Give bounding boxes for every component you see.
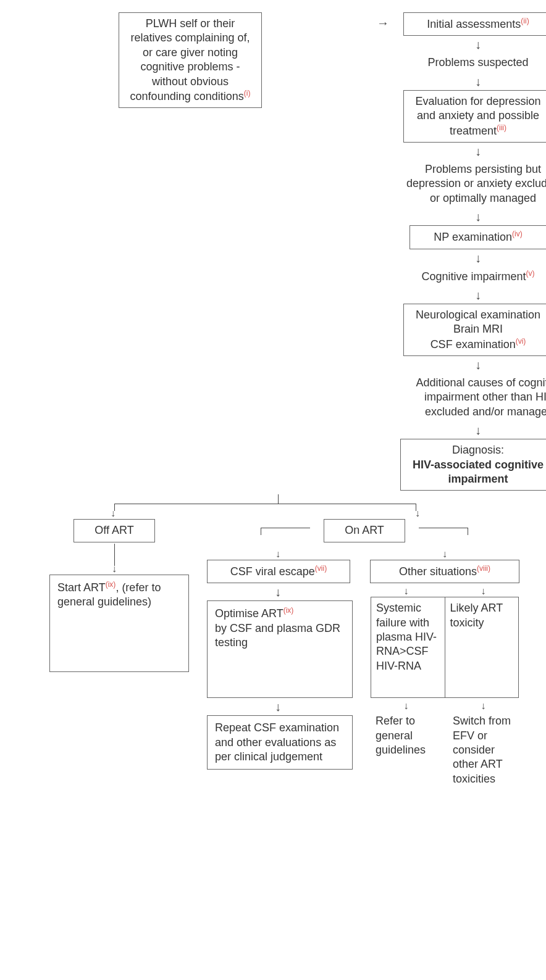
arrow-down-icon: ↓ bbox=[111, 508, 116, 519]
csf-escape-node: CSF viral escape(vii) bbox=[207, 560, 350, 583]
np-text: NP examination bbox=[434, 231, 512, 243]
off-art-node: Off ART bbox=[74, 519, 155, 542]
other-text: Other situations bbox=[399, 565, 477, 578]
additional-causes-node: Additional causes of cognitive impairmen… bbox=[398, 373, 546, 421]
neuro-a: Neurological examination bbox=[410, 308, 546, 322]
np-exam-node: NP examination(iv) bbox=[410, 225, 546, 249]
arrow-down-icon: ↓ bbox=[475, 289, 481, 301]
ref-vii: (vii) bbox=[315, 564, 327, 573]
arrow-right-icon: → bbox=[377, 12, 389, 30]
systemic-failure-node: Systemic failure with plasma HIV-RNA>CSF… bbox=[371, 597, 445, 698]
arrow-down-icon: ↓ bbox=[275, 549, 280, 560]
ref-ii: (ii) bbox=[521, 17, 529, 25]
arrow-down-icon: ↓ bbox=[415, 508, 420, 519]
arrow-down-icon: ↓ bbox=[112, 563, 117, 575]
diagnosis-node: Diagnosis: HIV-associated cog­nitive imp… bbox=[400, 439, 546, 491]
arrow-down-icon: ↓ bbox=[475, 38, 481, 51]
neuro-c: CSF examination(vi) bbox=[410, 337, 546, 352]
arrow-down-icon: ↓ bbox=[475, 145, 481, 157]
other-situations-node: Other situations(viii) bbox=[370, 560, 519, 583]
refer-guidelines-node: Refer to general guidelines bbox=[371, 712, 442, 760]
diag-b: HIV-associated cog­nitive impairment bbox=[407, 458, 546, 487]
csf-text: CSF viral escape bbox=[230, 565, 315, 578]
problems-persisting-node: Problems persisting but depression or an… bbox=[398, 160, 546, 208]
ref-ix: (ix) bbox=[106, 580, 116, 589]
depression-eval-node: Evaluation for depression and anxiety an… bbox=[403, 90, 546, 143]
neuro-exam-node: Neurological examination Brain MRI CSF e… bbox=[403, 304, 546, 356]
arrow-down-icon: ↓ bbox=[475, 210, 481, 223]
arrow-down-icon: ↓ bbox=[475, 252, 481, 264]
switch-efv-node: Switch from EFV or consider other ART to… bbox=[448, 712, 519, 789]
optimise-art-node: Optimise ART(ix) by CSF and plasma GDR t… bbox=[207, 600, 353, 698]
initial-assessments-node: Initial assessments(ii) bbox=[403, 12, 546, 36]
cog-text: Cognitive impairment bbox=[421, 270, 526, 283]
opt-post: by CSF and plasma GDR testing bbox=[215, 622, 340, 649]
start-pre: Start ART bbox=[57, 581, 106, 594]
arrow-down-icon: ↓ bbox=[481, 586, 486, 597]
ref-i: (i) bbox=[244, 89, 251, 98]
start-art-node: Start ART(ix), (refer to general guideli… bbox=[49, 575, 189, 672]
opt-pre: Optimise ART bbox=[215, 607, 284, 620]
ref-iv: (iv) bbox=[512, 230, 523, 238]
ref-v: (v) bbox=[526, 269, 535, 278]
cognitive-impairment-node: Cognitive impairment(v) bbox=[416, 267, 539, 286]
arrow-down-icon: ↓ bbox=[475, 424, 481, 436]
entry-node: PLWH self or their relatives complain­in… bbox=[119, 12, 262, 108]
ref-ix: (ix) bbox=[284, 606, 294, 615]
arrow-down-icon: ↓ bbox=[481, 700, 486, 712]
arrow-down-icon: ↓ bbox=[442, 549, 447, 560]
arrow-down-icon: ↓ bbox=[475, 75, 481, 88]
neuro-b: Brain MRI bbox=[410, 322, 546, 336]
depression-text: Evaluation for depression and anxiety an… bbox=[415, 95, 540, 137]
problems-suspected-node: Problems suspected bbox=[422, 53, 533, 72]
arrow-down-icon: ↓ bbox=[404, 586, 409, 597]
on-art-node: On ART bbox=[324, 519, 405, 542]
ref-vi: (vi) bbox=[516, 337, 526, 346]
art-toxicity-node: Likely ART toxicity bbox=[445, 597, 519, 698]
arrow-down-icon: ↓ bbox=[275, 586, 281, 598]
initial-text: Initial assessments bbox=[427, 18, 521, 30]
diag-a: Diagnosis: bbox=[407, 443, 546, 457]
entry-text: PLWH self or their relatives complain­in… bbox=[130, 17, 250, 102]
ref-viii: (viii) bbox=[477, 564, 490, 573]
arrow-down-icon: ↓ bbox=[275, 700, 281, 713]
repeat-csf-node: Repeat CSF exam­ination and other evalua… bbox=[207, 715, 353, 770]
arrow-down-icon: ↓ bbox=[404, 700, 409, 712]
ref-iii: (iii) bbox=[497, 123, 506, 132]
arrow-down-icon: ↓ bbox=[475, 359, 481, 371]
